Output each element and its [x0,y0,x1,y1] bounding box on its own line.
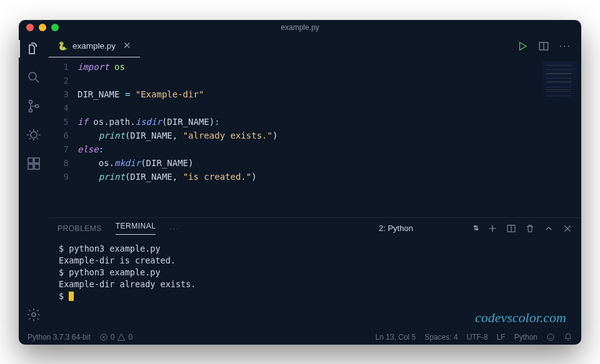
watermark-text: codevscolor.com [475,310,566,326]
run-icon[interactable] [517,41,528,52]
terminal-selector-label: 2: Python [379,224,413,233]
status-bar: Python 3.7.3 64-bit 0 0 Ln 13, Col 5 Spa… [19,330,581,345]
close-panel-icon[interactable] [562,224,572,234]
panel-tab-problems[interactable]: PROBLEMS [58,224,102,233]
code-editor[interactable]: 123456789 import os DIR_NAME = "Example-… [49,57,581,217]
status-indent[interactable]: Spaces: 4 [424,333,458,342]
vscode-window: example.py [19,20,581,345]
minimize-window-button[interactable] [39,24,46,31]
status-eol[interactable]: LF [497,333,506,342]
svg-rect-7 [28,164,33,169]
split-terminal-icon[interactable] [506,224,516,234]
activity-bar [19,35,49,330]
settings-gear-icon[interactable] [25,306,42,323]
new-terminal-icon[interactable] [488,224,498,234]
search-icon[interactable] [25,69,42,86]
chevron-updown-icon: ⇅ [473,224,479,232]
svg-rect-8 [34,164,39,169]
svg-point-9 [32,313,36,317]
close-window-button[interactable] [26,24,34,31]
panel-tab-bar: PROBLEMS TERMINAL ··· 2: Python ⇅ [49,218,581,239]
split-editor-icon[interactable] [538,41,549,52]
svg-point-1 [29,100,32,103]
window-title: example.py [19,23,581,32]
svg-point-4 [31,132,37,138]
kill-terminal-icon[interactable] [525,224,535,234]
status-problems[interactable]: 0 0 [99,333,132,342]
terminal-cursor [69,292,74,301]
svg-point-2 [29,109,32,112]
status-language[interactable]: Python [514,333,538,342]
code-content[interactable]: import os DIR_NAME = "Example-dir" if os… [78,60,581,217]
panel-actions: 2: Python ⇅ [379,224,572,234]
editor-area: 123456789 import os DIR_NAME = "Example-… [49,57,581,217]
svg-point-3 [36,104,39,107]
editor-actions: ··· [517,35,581,57]
svg-point-13 [548,333,554,340]
zoom-window-button[interactable] [51,24,59,31]
status-encoding[interactable]: UTF-8 [467,333,488,342]
workbench-body: 🐍 example.py ✕ ··· 123456789 [19,35,581,330]
tab-bar: 🐍 example.py ✕ ··· [49,35,581,57]
panel-more-icon[interactable]: ··· [169,224,179,233]
source-control-icon[interactable] [25,97,42,115]
main-area: 🐍 example.py ✕ ··· 123456789 [49,35,581,330]
status-bell-icon[interactable] [564,333,572,342]
svg-point-0 [29,72,36,80]
extensions-icon[interactable] [25,155,42,172]
terminal-selector[interactable]: 2: Python ⇅ [379,224,479,233]
debug-icon[interactable] [25,126,42,144]
status-feedback-icon[interactable] [546,333,555,342]
minimap[interactable] [542,61,578,111]
close-tab-icon[interactable]: ✕ [123,40,131,51]
editor-tab[interactable]: 🐍 example.py ✕ [49,35,140,57]
explorer-icon[interactable] [25,40,42,57]
status-cursor-pos[interactable]: Ln 13, Col 5 [376,333,416,342]
status-interpreter[interactable]: Python 3.7.3 64-bit [28,333,91,342]
python-file-icon: 🐍 [58,41,68,51]
tab-filename: example.py [72,41,116,51]
line-number-gutter: 123456789 [49,60,78,217]
traffic-lights [26,24,59,31]
maximize-panel-icon[interactable] [544,224,554,234]
more-actions-icon[interactable]: ··· [559,41,571,52]
panel-tab-terminal[interactable]: TERMINAL [116,222,156,235]
titlebar: example.py [19,20,581,35]
svg-rect-6 [34,158,39,163]
svg-rect-5 [28,158,33,163]
